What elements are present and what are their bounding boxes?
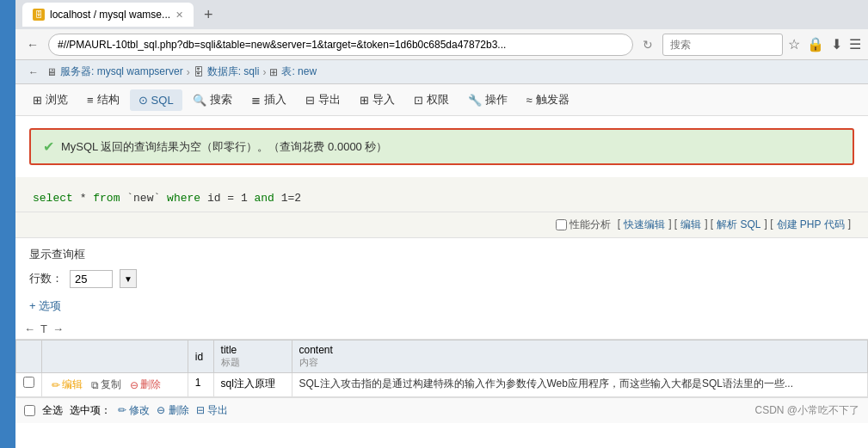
th-id: id — [188, 341, 213, 373]
operations-button[interactable]: 🔧 操作 — [459, 88, 516, 112]
db-icon: 🗄 — [194, 66, 204, 78]
structure-button[interactable]: ≡ 结构 — [78, 88, 128, 112]
footer-export-icon: ⊟ — [196, 404, 205, 416]
server-link[interactable]: 服务器: mysql wampserver — [60, 64, 183, 79]
keyword-and: and — [255, 192, 274, 205]
options-row: + 选项 — [15, 297, 868, 319]
browser-titlebar: 🗄 localhost / mysql wamse... ✕ + — [15, 0, 868, 29]
table-icon: ⊞ — [269, 66, 278, 78]
sql-table: `new` — [126, 192, 167, 205]
triggers-button[interactable]: ≈ 触发器 — [518, 88, 578, 112]
cell-title: sql注入原理 — [213, 373, 292, 397]
th-checkbox — [16, 341, 42, 373]
breadcrumb-back-button[interactable]: ← — [24, 64, 43, 80]
browser-search-input[interactable] — [662, 34, 783, 56]
cell-id: 1 — [188, 373, 213, 397]
footer-edit-icon: ✏ — [118, 404, 126, 416]
insert-button[interactable]: ≣ 插入 — [243, 88, 295, 112]
success-message: ✔ MySQL 返回的查询结果为空（即零行）。（查询花费 0.0000 秒） — [29, 128, 854, 165]
success-text: MySQL 返回的查询结果为空（即零行）。（查询花费 0.0000 秒） — [61, 139, 387, 155]
profiling-checkbox-label: 性能分析 — [556, 218, 611, 232]
show-query-frame-label: 显示查询框 — [29, 247, 854, 262]
operations-icon: 🔧 — [468, 94, 482, 107]
server-icon: 🖥 — [46, 66, 57, 78]
table-link[interactable]: 表: new — [281, 64, 317, 79]
keyword-where: where — [167, 192, 200, 205]
table-nav-right[interactable]: → — [52, 322, 64, 335]
browser-tab[interactable]: 🗄 localhost / mysql wamse... ✕ — [22, 3, 194, 27]
copy-row-button[interactable]: ⧉ 复制 — [89, 377, 124, 393]
browse-button[interactable]: ⊞ 浏览 — [24, 88, 77, 112]
insert-icon: ≣ — [251, 94, 261, 107]
row-checkbox-cell — [16, 373, 42, 397]
footer-edit-link[interactable]: ✏ 修改 — [118, 403, 150, 418]
select-label: 选中项： — [70, 403, 111, 418]
privileges-button[interactable]: ⊡ 权限 — [405, 88, 458, 112]
back-button[interactable]: ← — [22, 36, 43, 53]
main-toolbar: ⊞ 浏览 ≡ 结构 ⊙ SQL 🔍 搜索 ≣ 插入 ⊟ 导出 ⊞ 导入 ⊡ 权 — [15, 84, 868, 116]
content-area: ✔ MySQL 返回的查询结果为空（即零行）。（查询花费 0.0000 秒） s… — [15, 116, 868, 448]
table-row: ✏ 编辑 ⧉ 复制 ⊖ 删除 — [16, 373, 868, 397]
triggers-icon: ≈ — [526, 94, 532, 107]
lock-icon[interactable]: 🔒 — [807, 36, 824, 52]
tab-close-button[interactable]: ✕ — [175, 9, 183, 21]
sql-button[interactable]: ⊙ SQL — [130, 89, 182, 111]
breadcrumb-separator-2: › — [262, 66, 266, 78]
footer-delete-icon: ⊖ — [157, 404, 165, 416]
sql-query-area: select * from `new` where id = 1 and 1=2 — [15, 177, 868, 212]
options-link[interactable]: + 选项 — [29, 299, 61, 312]
browser-addressbar: ← ↻ ☆ 🔒 ⬇ ☰ — [15, 29, 868, 60]
menu-icon[interactable]: ☰ — [849, 36, 861, 52]
breadcrumb-separator-1: › — [187, 66, 190, 78]
quick-edit-link[interactable]: 快速编辑 — [624, 218, 665, 232]
footer-delete-link[interactable]: ⊖ 删除 — [157, 403, 188, 418]
import-icon: ⊞ — [360, 94, 369, 107]
profiling-checkbox[interactable] — [556, 219, 567, 230]
export-icon: ⊟ — [305, 94, 315, 107]
table-nav: ← T → — [15, 319, 868, 340]
address-bar[interactable] — [48, 34, 633, 56]
delete-row-icon: ⊖ — [130, 379, 139, 391]
new-tab-button[interactable]: + — [199, 6, 219, 24]
copy-row-icon: ⧉ — [91, 379, 99, 391]
edit-link[interactable]: 编辑 — [680, 218, 701, 232]
table-section: ← T → id title 标题 content — [15, 319, 868, 397]
reload-icon[interactable]: ↻ — [638, 36, 657, 53]
table-nav-left[interactable]: ← — [24, 322, 35, 335]
footer-export-link[interactable]: ⊟ 导出 — [196, 403, 228, 418]
data-table: id title 标题 content 内容 — [15, 340, 868, 397]
export-button[interactable]: ⊟ 导出 — [297, 88, 349, 112]
search-button[interactable]: 🔍 搜索 — [184, 88, 241, 112]
keyword-from: from — [93, 192, 120, 205]
table-nav-t[interactable]: T — [40, 322, 47, 335]
db-link[interactable]: 数据库: sqli — [207, 64, 260, 79]
breadcrumb: ← 🖥 服务器: mysql wampserver › 🗄 数据库: sqli … — [15, 60, 868, 84]
delete-row-button[interactable]: ⊖ 删除 — [127, 377, 163, 393]
edit-row-icon: ✏ — [52, 379, 60, 391]
row-count-dropdown[interactable]: ▼ — [120, 269, 137, 288]
explain-link[interactable]: 解析 SQL — [717, 218, 760, 232]
th-title: title 标题 — [213, 341, 292, 373]
tab-label: localhost / mysql wamse... — [50, 9, 170, 21]
import-button[interactable]: ⊞ 导入 — [351, 88, 403, 112]
row-count-input[interactable] — [70, 270, 113, 288]
privileges-icon: ⊡ — [414, 94, 423, 107]
tab-favicon: 🗄 — [33, 9, 45, 21]
select-all-checkbox[interactable] — [24, 405, 35, 416]
bottom-controls: 显示查询框 行数： ▼ — [15, 238, 868, 297]
row-actions: ✏ 编辑 ⧉ 复制 ⊖ 删除 — [49, 377, 181, 393]
row-count-row: 行数： ▼ — [29, 269, 854, 288]
query-actions: 性能分析 [ 快速编辑 ] [ 编辑 ] [ 解析 SQL ] [ 创建 PHP… — [15, 212, 868, 238]
create-php-link[interactable]: 创建 PHP 代码 — [777, 218, 845, 232]
edit-row-button[interactable]: ✏ 编辑 — [49, 377, 85, 393]
th-content: content 内容 — [292, 341, 868, 373]
select-all-label: 全选 — [42, 403, 63, 418]
keyword-select: select — [33, 192, 73, 205]
footer-left: 全选 选中项： ✏ 修改 ⊖ 删除 ⊟ 导出 — [24, 403, 228, 418]
cell-content: SQL注入攻击指的是通过构建特殊的输入作为参数传入Web应用程序，而这些输入大都… — [292, 373, 868, 397]
row-checkbox[interactable] — [23, 377, 34, 388]
star-icon[interactable]: ☆ — [788, 36, 800, 52]
download-icon[interactable]: ⬇ — [831, 36, 842, 52]
sql-star: * — [80, 192, 94, 205]
check-icon: ✔ — [43, 138, 54, 155]
